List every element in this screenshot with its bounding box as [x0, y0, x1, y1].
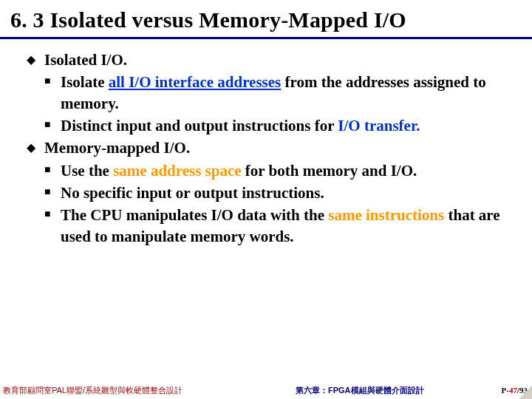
square-bullet-icon [44, 118, 61, 139]
page-current: 47 [509, 386, 517, 395]
slide: 6. 3 Isolated versus Memory-Mapped I/O I… [0, 0, 532, 399]
square-bullet-icon [44, 185, 61, 206]
text-run: The CPU manipulates I/O data with the [61, 206, 328, 224]
list-item-lv1: Isolated I/O. [27, 50, 517, 70]
text-run: I/O transfer. [338, 117, 420, 134]
footer-left: 教育部顧問室PAL聯盟/系統雛型與軟硬體整合設計 [0, 385, 266, 396]
list-item-lv2: No specific input or output instructions… [44, 183, 517, 203]
list-item-label: Isolated I/O. [44, 50, 517, 70]
slide-title: 6. 3 Isolated versus Memory-Mapped I/O [0, 0, 532, 37]
text-run: same instructions [328, 206, 444, 224]
text-run: for both memory and I/O. [242, 162, 417, 180]
diamond-bullet-icon [27, 52, 44, 72]
square-bullet-icon [44, 163, 61, 184]
footer-right: 第六章：FPGA模組與硬體介面設計 [266, 385, 502, 396]
text-run: Use the [61, 162, 113, 180]
text-run: same address space [113, 162, 241, 180]
content-area: Isolated I/O.Isolate all I/O interface a… [0, 39, 532, 247]
list-item-lv2: The CPU manipulates I/O data with the sa… [44, 205, 517, 247]
list-item-text: The CPU manipulates I/O data with the sa… [61, 205, 517, 247]
list-item-lv2: Isolate all I/O interface addresses from… [44, 72, 517, 114]
text-run: No specific input or output instructions… [61, 184, 324, 202]
diamond-bullet-icon [27, 140, 44, 160]
list-item-text: Distinct input and output instructions f… [61, 115, 517, 136]
list-item-label: Memory-mapped I/O. [44, 137, 517, 158]
list-item-lv2: Distinct input and output instructions f… [44, 115, 517, 136]
text-run: Distinct input and output instructions f… [61, 117, 338, 134]
list-item-lv1: Memory-mapped I/O. [27, 137, 517, 158]
list-item-text: No specific input or output instructions… [61, 183, 517, 203]
page-curl-icon [519, 386, 532, 399]
list-item-text: Isolate all I/O interface addresses from… [61, 72, 517, 114]
page-prefix: P- [502, 386, 509, 395]
square-bullet-icon [44, 75, 61, 117]
text-run: Isolate [61, 73, 109, 91]
list-item-lv2: Use the same address space for both memo… [44, 160, 517, 181]
footer: 教育部顧問室PAL聯盟/系統雛型與軟硬體整合設計 第六章：FPGA模組與硬體介面… [0, 381, 532, 399]
list-item-text: Use the same address space for both memo… [61, 160, 517, 181]
square-bullet-icon [44, 208, 61, 250]
text-run: all I/O interface addresses [109, 73, 282, 91]
